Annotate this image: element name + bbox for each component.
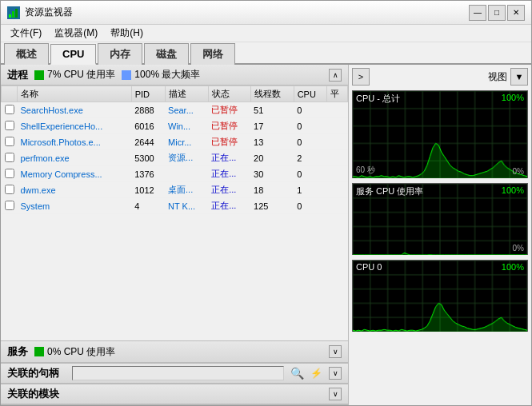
blue-dot-icon	[122, 70, 131, 80]
cpu0-label: CPU 0	[356, 262, 382, 272]
row-checkbox[interactable]	[2, 118, 18, 134]
right-panel-top: > 视图 ▼	[352, 68, 528, 86]
cpu-pct-label: 7% CPU 使用率	[47, 68, 115, 82]
row-checkbox[interactable]	[2, 150, 18, 166]
modules-title: 关联的模块	[7, 387, 59, 401]
handles-search-input[interactable]	[72, 366, 284, 380]
row-checkbox[interactable]	[2, 134, 18, 150]
col-name[interactable]: 名称	[18, 86, 132, 102]
row-checkbox[interactable]	[2, 182, 18, 198]
row-pid: 2644	[131, 134, 165, 150]
green-dot-icon	[34, 70, 44, 80]
row-status: 正在...	[208, 182, 250, 198]
row-desc: NT K...	[165, 198, 208, 214]
tab-bar: 概述 CPU 内存 磁盘 网络	[1, 42, 531, 65]
table-row[interactable]: ShellExperienceHo... 6016 Win... 已暂停 17 …	[2, 118, 348, 134]
row-desc: Micr...	[165, 134, 208, 150]
services-cpu-pct: 100%	[502, 185, 524, 195]
tab-network[interactable]: 网络	[190, 43, 235, 65]
services-header[interactable]: 服务 0% CPU 使用率 ∨	[1, 341, 348, 363]
services-expand-button[interactable]: ∨	[329, 345, 342, 358]
row-checkbox[interactable]	[2, 166, 18, 182]
col-desc[interactable]: 描述	[165, 86, 208, 102]
close-button[interactable]: ✕	[507, 5, 525, 21]
cpu-total-label: CPU - 总计	[356, 93, 400, 105]
table-row[interactable]: System 4 NT K... 正在... 125 0	[2, 198, 348, 214]
svg-rect-2	[12, 11, 14, 18]
svg-rect-6	[34, 347, 44, 356]
tab-overview[interactable]: 概述	[4, 43, 49, 65]
col-avg[interactable]: 平	[327, 86, 348, 102]
menu-bar: 文件(F) 监视器(M) 帮助(H)	[1, 25, 531, 42]
row-threads: 13	[250, 134, 294, 150]
table-row[interactable]: SearchHost.exe 2888 Sear... 已暂停 51 0	[2, 102, 348, 118]
handles-title: 关联的句柄	[7, 366, 59, 380]
cpu0-graph: CPU 0 100%	[352, 260, 528, 332]
col-checkbox	[2, 86, 18, 102]
svg-rect-5	[122, 70, 131, 80]
services-cpu-label: 0% CPU 使用率	[47, 345, 115, 359]
process-expand-button[interactable]: ∧	[329, 69, 342, 82]
menu-help[interactable]: 帮助(H)	[104, 25, 150, 42]
handles-section: 关联的句柄 🔍 ⚡ ∨	[1, 364, 348, 384]
table-row[interactable]: perfmon.exe 5300 资源... 正在... 20 2	[2, 150, 348, 166]
row-threads: 30	[250, 166, 294, 182]
title-bar-left: 资源监视器	[7, 6, 73, 19]
row-status: 正在...	[208, 166, 250, 182]
row-checkbox[interactable]	[2, 102, 18, 118]
tab-memory[interactable]: 内存	[98, 43, 142, 65]
row-avg	[327, 150, 348, 166]
col-status[interactable]: 状态	[208, 86, 250, 102]
row-name: System	[18, 198, 132, 214]
row-status: 已暂停	[208, 134, 250, 150]
tab-disk[interactable]: 磁盘	[144, 43, 189, 65]
services-green-dot-icon	[34, 347, 44, 356]
max-freq-badge: 100% 最大频率	[122, 68, 200, 82]
modules-expand-button[interactable]: ∨	[329, 388, 342, 400]
row-pid: 1376	[131, 166, 165, 182]
col-pid[interactable]: PID	[131, 86, 165, 102]
minimize-button[interactable]: —	[469, 5, 486, 21]
row-name: SearchHost.exe	[18, 102, 132, 118]
table-row[interactable]: Memory Compress... 1376 正在... 30 0	[2, 166, 348, 182]
process-section-header[interactable]: 进程 7% CPU 使用率 100% 最大频率 ∧	[1, 65, 348, 86]
row-status: 正在...	[208, 198, 250, 214]
row-avg	[327, 182, 348, 198]
row-avg	[327, 118, 348, 134]
svg-rect-3	[15, 9, 18, 18]
row-cpu: 1	[294, 182, 327, 198]
table-row[interactable]: dwm.exe 1012 桌面... 正在... 18 1	[2, 182, 348, 198]
menu-monitor[interactable]: 监视器(M)	[48, 25, 104, 42]
row-cpu: 0	[294, 166, 327, 182]
services-cpu-badge: 0% CPU 使用率	[34, 345, 115, 359]
handles-expand-button[interactable]: ∨	[329, 367, 342, 380]
row-avg	[327, 134, 348, 150]
table-row[interactable]: Microsoft.Photos.e... 2644 Micr... 已暂停 1…	[2, 134, 348, 150]
row-name: Microsoft.Photos.e...	[18, 134, 132, 150]
cpu-total-time: 60 秒	[356, 165, 375, 176]
row-threads: 17	[250, 118, 294, 134]
col-threads[interactable]: 线程数	[250, 86, 294, 102]
menu-file[interactable]: 文件(F)	[4, 25, 48, 42]
row-checkbox[interactable]	[2, 198, 18, 214]
search-icon[interactable]: 🔍	[290, 367, 304, 380]
handles-header[interactable]: 关联的句柄 🔍 ⚡ ∨	[1, 364, 348, 384]
row-pid: 6016	[131, 118, 165, 134]
refresh-icon[interactable]: ⚡	[310, 368, 322, 379]
col-cpu[interactable]: CPU	[294, 86, 327, 102]
maximize-button[interactable]: □	[488, 5, 506, 21]
row-pid: 4	[131, 198, 165, 214]
view-dropdown-button[interactable]: ▼	[510, 68, 528, 86]
max-freq-label: 100% 最大频率	[134, 68, 200, 82]
row-cpu: 2	[294, 150, 327, 166]
row-cpu: 0	[294, 198, 327, 214]
table-header-row: 名称 PID 描述 状态 线程数 CPU 平	[2, 86, 348, 102]
row-desc: 资源...	[165, 150, 208, 166]
modules-header[interactable]: 关联的模块 ∨	[1, 384, 348, 404]
nav-back-button[interactable]: >	[352, 68, 370, 86]
row-cpu: 0	[294, 134, 327, 150]
svg-rect-1	[9, 14, 11, 18]
row-name: ShellExperienceHo...	[18, 118, 132, 134]
row-desc: 桌面...	[165, 182, 208, 198]
tab-cpu[interactable]: CPU	[50, 44, 96, 65]
